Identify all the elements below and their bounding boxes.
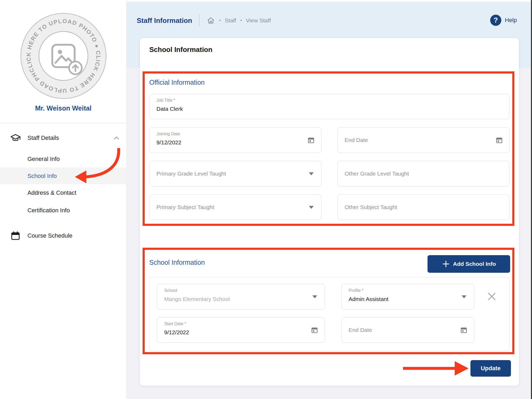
- header-band-top-strip: [127, 0, 531, 2]
- start-date-field[interactable]: Start Date * 9/12/2022: [157, 317, 325, 343]
- breadcrumb: Staff Information • Staff • View Staff: [137, 11, 271, 30]
- end-date-placeholder: End Date: [345, 137, 368, 143]
- calendar-picker-icon[interactable]: [307, 136, 315, 144]
- home-icon[interactable]: [207, 16, 215, 25]
- caret-down-icon: [462, 295, 466, 298]
- page-title: Staff Information: [137, 17, 192, 25]
- sidebar-item-label: Certification Info: [27, 207, 70, 214]
- sidebar-item-label: Staff Details: [27, 135, 59, 141]
- staff-name: Mr. Weison Weital: [0, 104, 127, 112]
- question-mark-icon: ?: [490, 14, 502, 26]
- remove-school-row-button[interactable]: [486, 291, 498, 302]
- caret-down-icon: [309, 206, 314, 209]
- help-button[interactable]: ? Help: [490, 14, 517, 26]
- breadcrumb-view-staff[interactable]: View Staff: [246, 17, 271, 24]
- sidebar-divider: [0, 123, 127, 123]
- chevron-up-icon[interactable]: [113, 134, 120, 142]
- sidebar-item-label: Address & Contact: [27, 189, 76, 196]
- sidebar-item-label: Course Schedule: [27, 232, 72, 239]
- profile-label: Profile *: [349, 288, 364, 293]
- start-date-value: 9/12/2022: [164, 329, 189, 336]
- sidebar-item-staff-details[interactable]: Staff Details: [0, 130, 127, 146]
- job-title-value: Data Clerk: [156, 106, 183, 112]
- calendar-picker-icon[interactable]: [311, 326, 318, 334]
- profile-select[interactable]: Profile * Admin Assistant: [341, 284, 474, 310]
- official-information-title: Official Information: [149, 79, 205, 86]
- breadcrumb-staff[interactable]: Staff: [225, 17, 236, 24]
- svg-text:?: ?: [494, 16, 498, 24]
- school-label: School: [164, 288, 177, 293]
- staff-information-page: CLICK HERE TO UPLOAD PHOTO ● CLICK HERE …: [0, 0, 532, 399]
- avatar-placeholder-icon: CLICK HERE TO UPLOAD PHOTO ● CLICK HERE …: [18, 11, 109, 101]
- sidebar-item-address-contact[interactable]: Address & Contact: [0, 184, 127, 201]
- school-entry-group: School Mango Elementary School Profile *…: [149, 277, 510, 351]
- school-end-date-field[interactable]: End Date: [341, 317, 474, 343]
- job-title-label: Job Title *: [156, 98, 175, 103]
- upload-photo-avatar[interactable]: CLICK HERE TO UPLOAD PHOTO ● CLICK HERE …: [18, 11, 109, 101]
- add-school-info-button[interactable]: Add School Info: [428, 255, 510, 273]
- sidebar-item-school-info[interactable]: School Info: [0, 168, 127, 184]
- calendar-picker-icon[interactable]: [495, 136, 503, 144]
- other-grade-level-placeholder: Other Grade Level Taught: [345, 170, 409, 177]
- help-label: Help: [505, 17, 517, 24]
- job-title-field[interactable]: Job Title * Data Clerk: [149, 94, 510, 119]
- sidebar-item-label: General Info: [27, 156, 60, 162]
- add-school-info-label: Add School Info: [453, 261, 496, 267]
- joining-date-field[interactable]: Joining Date 9/12/2022: [149, 127, 321, 153]
- graduation-cap-icon: [10, 133, 21, 143]
- sidebar: CLICK HERE TO UPLOAD PHOTO ● CLICK HERE …: [0, 0, 127, 399]
- calendar-icon: [10, 230, 21, 241]
- other-subject-placeholder: Other Subject Taught: [345, 204, 397, 210]
- other-grade-level-input[interactable]: Other Grade Level Taught: [337, 161, 510, 186]
- primary-subject-placeholder: Primary Subject Taught: [156, 204, 214, 210]
- caret-down-icon: [309, 172, 314, 175]
- breadcrumb-divider: [199, 14, 200, 27]
- update-button[interactable]: Update: [470, 360, 511, 377]
- end-date-field[interactable]: End Date: [337, 127, 510, 153]
- joining-date-value: 9/12/2022: [156, 139, 181, 146]
- primary-grade-level-placeholder: Primary Grade Level Taught: [156, 170, 226, 177]
- card-title: School Information: [149, 46, 212, 54]
- update-label: Update: [481, 365, 501, 372]
- school-end-date-placeholder: End Date: [349, 327, 372, 333]
- start-date-label: Start Date *: [164, 321, 186, 326]
- other-subject-input[interactable]: Other Subject Taught: [337, 194, 510, 220]
- school-information-section-title: School Information: [149, 259, 205, 266]
- primary-subject-select[interactable]: Primary Subject Taught: [149, 194, 321, 220]
- calendar-picker-icon[interactable]: [460, 326, 467, 334]
- sidebar-item-course-schedule[interactable]: Course Schedule: [0, 227, 127, 244]
- screen-right-edge: [531, 0, 532, 399]
- plus-icon: [442, 260, 450, 268]
- school-select[interactable]: School Mango Elementary School: [157, 284, 325, 310]
- school-value: Mango Elementary School: [164, 296, 230, 302]
- joining-date-label: Joining Date: [156, 132, 180, 136]
- sidebar-item-label: School Info: [27, 173, 57, 180]
- profile-value: Admin Assistant: [349, 296, 388, 302]
- caret-down-icon: [312, 295, 317, 298]
- breadcrumb-dot: •: [219, 18, 221, 23]
- sidebar-item-general-info[interactable]: General Info: [0, 151, 127, 167]
- sidebar-item-certification-info[interactable]: Certification Info: [0, 202, 127, 219]
- school-information-card: School Information Official Information …: [140, 38, 519, 386]
- breadcrumb-dot: •: [240, 18, 242, 23]
- primary-grade-level-select[interactable]: Primary Grade Level Taught: [149, 161, 321, 186]
